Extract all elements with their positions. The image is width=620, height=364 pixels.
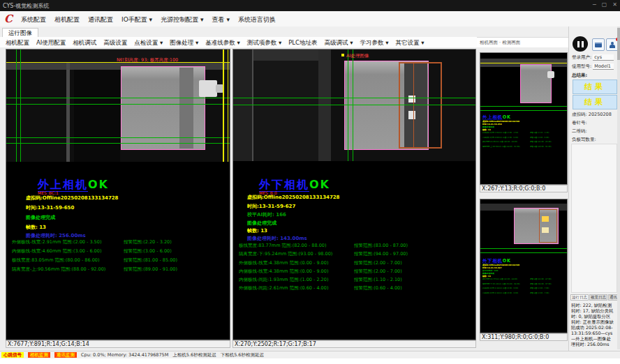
tool-image-processing[interactable]: 图像处理 ▾ bbox=[170, 39, 198, 47]
measurement-row: 内侧极线-线宽:4.38mm 范围:(0.00 - 9.00) 报警范围:(2.… bbox=[239, 268, 328, 275]
alarm-range: 报警范围:(2.20 - 3.20) bbox=[124, 239, 172, 245]
measurement-row: 内侧极线-线宽:4.60mm 范围:(3.00 - 6.00) 报警范围:(3.… bbox=[482, 136, 568, 141]
vcode-row: 虚拟码: 20250208 bbox=[572, 112, 612, 118]
pause-button[interactable] bbox=[573, 36, 588, 52]
scrollbar-thumb[interactable] bbox=[617, 28, 620, 60]
tool-items: 相机配置 AI使用配置 相机调试 高级设置 点检设置 ▾ 图像处理 ▾ 基准线参… bbox=[6, 39, 424, 47]
camera-result-title: 外下相机OK bbox=[482, 258, 568, 264]
measurement-text: 隔离宽度-上:90.56mm 范围:(88.00 - 92.00) bbox=[12, 266, 105, 272]
tab-run-image[interactable]: 运行图像 bbox=[2, 28, 38, 38]
model-label: 使用型号: bbox=[572, 63, 591, 69]
baseline bbox=[233, 98, 475, 98]
tool-camera-debug[interactable]: 相机调试 bbox=[73, 39, 96, 47]
measurement-text: 隔离宽度-下:95.24mm 范围:(93.00 - 98.00) bbox=[239, 251, 332, 257]
baseline bbox=[480, 252, 567, 253]
measurement-row: 外侧极线-间距:2.61mm 范围:(0.60 - 4.00) 报警范围:(0.… bbox=[239, 285, 328, 291]
model-value-field[interactable]: Model1 bbox=[593, 63, 614, 70]
connector bbox=[547, 71, 554, 78]
tool-advanced-settings[interactable]: 高级设置 bbox=[103, 39, 127, 47]
tool-spotcheck-settings[interactable]: 点检设置 ▾ bbox=[134, 39, 163, 47]
measurement-row: 隔离宽度-下:95.24mm 范围:(93.00 - 98.00) 报警范围:(… bbox=[482, 282, 568, 287]
coords-bar-lower: X:270;Y:2502;R:17;G:17;B:17 bbox=[232, 340, 476, 348]
tool-baseline-params[interactable]: 基准线参数 ▾ bbox=[205, 39, 239, 47]
result-ok: OK bbox=[309, 178, 330, 191]
baseline bbox=[480, 110, 567, 111]
roi-marker bbox=[341, 54, 344, 56]
process-done-line: 图像处理完成 bbox=[26, 214, 55, 221]
tab-vision-log[interactable]: 视觉日志 bbox=[589, 294, 607, 301]
frame-count-line: 帧数: 13 bbox=[247, 227, 267, 234]
tool-advanced-debug[interactable]: 高级调试 ▾ bbox=[325, 39, 353, 47]
upper-camera-delay: 上相机5.6秒检测延迟 bbox=[172, 352, 216, 358]
alarm-range: 报警范围:(83.00 - 87.00) bbox=[530, 278, 552, 280]
window-controls: ─ ▢ ✕ bbox=[593, 1, 617, 8]
process-done-line: 图像处理完成 bbox=[247, 220, 276, 227]
tool-camera-config[interactable]: 相机配置 bbox=[6, 39, 29, 47]
measurement-row: 内侧极线-间距:1.93mm 范围:(1.00 - 2.20) 报警范围:(1.… bbox=[239, 277, 328, 283]
alarm-range: 报警范围:(89.00 - 91.00) bbox=[530, 146, 552, 149]
panel-scrollbar[interactable] bbox=[617, 26, 620, 349]
menu-view[interactable]: 查看 ▾ bbox=[212, 15, 230, 24]
camera-view-upper[interactable]: N针刻高度: 93; 极耳高度:100 外上相机OK MES_BC:1 虚拟码:… bbox=[6, 49, 230, 340]
measurement-text: 极线宽度:83.77mm 范围:(82.00 - 88.00) bbox=[239, 243, 326, 248]
baseline-vertical bbox=[16, 50, 17, 162]
elapsed-line: 图像处理耗时: 143.00ms bbox=[247, 235, 307, 242]
scene-edge bbox=[66, 63, 70, 162]
window-title: CYS-视觉检测系统 bbox=[3, 2, 49, 10]
ruler-vertical bbox=[223, 50, 224, 162]
alarm-range: 报警范围:(0.60 - 4.00) bbox=[354, 285, 402, 291]
roi-rect bbox=[399, 62, 442, 149]
camera-view-lower[interactable]: AI处理图像 外下相机OK MES_B:0 虚拟码:Offline2025020… bbox=[232, 49, 476, 340]
ai-label: AI处理图像 bbox=[346, 53, 369, 59]
measurement-text: 内侧极线-线宽:4.38mm 范围:(0.00 - 9.00) bbox=[239, 268, 328, 274]
small-views-header: 相机画面 · 检测画面 bbox=[480, 40, 520, 46]
login-value-field[interactable]: cys bbox=[593, 54, 614, 61]
baseline-vertical bbox=[353, 50, 353, 161]
tool-test-params[interactable]: 测试项参数 ▾ bbox=[247, 39, 281, 47]
camera-name: 外上相机 bbox=[482, 114, 503, 120]
result-indicator-2: 结果 bbox=[573, 95, 617, 109]
measurement-text: 隔离宽度-下:95.24mm 范围:(93.00 - 98.00) bbox=[482, 282, 520, 285]
baseline bbox=[480, 248, 567, 249]
measurement-row: 隔离宽度-下:95.24mm 范围:(93.00 - 98.00) 报警范围:(… bbox=[239, 251, 332, 257]
thumbnail-view-upper[interactable]: 外上相机OK 虚拟码:Offline20250208133134728 时间:1… bbox=[480, 52, 568, 185]
menu-camera-config[interactable]: 相机配置 bbox=[54, 15, 80, 24]
camera-name: 外上相机 bbox=[38, 178, 88, 192]
elapsed-line: 图像处理耗时: 256.00ms bbox=[26, 232, 86, 239]
tab-run-log[interactable]: 运行日志 bbox=[570, 294, 589, 301]
measurement-text: 外侧极线-间距:2.61mm 范围:(0.60 - 4.00) bbox=[239, 285, 328, 291]
measurement-text: 内侧极线-间距:1.93mm 范围:(1.00 - 2.20) bbox=[239, 277, 328, 282]
qr-label: 二维码: bbox=[572, 128, 587, 135]
tool-plc-address[interactable]: PLC地址表 bbox=[288, 39, 317, 47]
tool-learning-params[interactable]: 学习参数 ▾ bbox=[360, 39, 388, 47]
log-text: 耗时: 222, 缺陷检测耗时: 17, 缺陷分类耗时: 0, 缺陷提取分区耗时… bbox=[571, 303, 614, 347]
baseline bbox=[233, 105, 475, 105]
keyboard-button[interactable] bbox=[592, 38, 605, 51]
camera-name: 外下相机 bbox=[259, 178, 309, 192]
tab-strip: 运行图像 bbox=[0, 26, 620, 38]
alarm-range: 报警范围:(2.00 - 7.00) bbox=[530, 287, 549, 290]
minimize-icon[interactable]: ─ bbox=[593, 1, 596, 8]
roi-line bbox=[413, 62, 414, 149]
tool-ai-config[interactable]: AI使用配置 bbox=[36, 39, 66, 47]
menu-io-config[interactable]: IO手配置 ▾ bbox=[121, 15, 152, 24]
measurement-text: 外侧极线-线宽:2.91mm 范围:(2.00 - 3.50) bbox=[12, 239, 101, 245]
close-icon[interactable]: ✕ bbox=[612, 1, 617, 8]
measurement-text: 内侧极线-线宽:4.60mm 范围:(3.00 - 6.00) bbox=[12, 248, 101, 254]
needle-label: 卷针号: bbox=[572, 120, 587, 126]
menu-comm-config[interactable]: 通讯配置 bbox=[88, 15, 113, 24]
keyboard-icon bbox=[595, 43, 602, 47]
menu-language-switch[interactable]: 系统语言切换 bbox=[238, 15, 276, 24]
alarm-range: 报警范围:(2.20 - 3.20) bbox=[530, 131, 549, 134]
maximize-icon[interactable]: ▢ bbox=[602, 1, 607, 8]
menu-light-config[interactable]: 光源控制配置 ▾ bbox=[161, 15, 203, 24]
ruler-vertical bbox=[228, 50, 228, 162]
main-content: N针刻高度: 93; 极耳高度:100 外上相机OK MES_BC:1 虚拟码:… bbox=[0, 47, 620, 351]
measurement-text: 内侧极线-线宽:4.60mm 范围:(3.00 - 6.00) bbox=[482, 136, 518, 138]
measurement-row: 外侧极线-线宽:4.38mm 范围:(0.00 - 9.00) 报警范围:(2.… bbox=[239, 260, 328, 266]
thumbnail-view-lower[interactable]: 外下相机OK 虚拟码:Offline20250208133134728 时间:1… bbox=[480, 199, 568, 333]
detail-list-box[interactable] bbox=[571, 144, 617, 293]
alarm-range: 报警范围:(3.00 - 6.00) bbox=[530, 136, 549, 139]
menu-system-config[interactable]: 系统配置 bbox=[21, 15, 46, 24]
tool-other-settings[interactable]: 其它设置 ▾ bbox=[395, 39, 424, 47]
